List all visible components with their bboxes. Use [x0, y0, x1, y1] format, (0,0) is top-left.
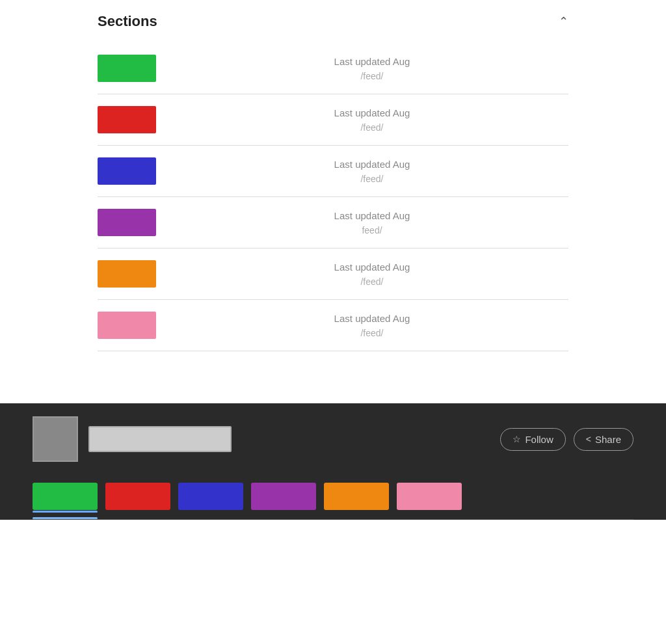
last-updated-text: Last updated Aug	[176, 313, 568, 324]
sections-header: Sections ⌃	[98, 13, 568, 30]
feed-path-text: /feed/	[176, 328, 568, 338]
section-item[interactable]: Last updated Augfeed/	[98, 197, 568, 248]
section-color-swatch	[98, 312, 156, 339]
section-item[interactable]: Last updated Aug/feed/	[98, 94, 568, 146]
bottom-tab-item[interactable]	[397, 483, 462, 510]
section-item[interactable]: Last updated Aug/feed/	[98, 146, 568, 197]
last-updated-text: Last updated Aug	[176, 56, 568, 67]
bottom-tab-item[interactable]	[105, 483, 170, 510]
sections-list: Last updated Aug/feed/Last updated Aug/f…	[98, 43, 568, 351]
section-info: Last updated Aug/feed/	[176, 56, 568, 81]
share-label: Share	[595, 434, 621, 445]
section-color-swatch	[98, 209, 156, 236]
section-item[interactable]: Last updated Aug/feed/	[98, 43, 568, 94]
bottom-top-row: ☆ Follow < Share	[33, 416, 633, 475]
bottom-tab-item[interactable]	[178, 483, 243, 510]
feed-path-text: feed/	[176, 225, 568, 235]
bottom-tabs	[33, 483, 462, 510]
feed-path-text: /feed/	[176, 71, 568, 81]
section-color-swatch	[98, 55, 156, 82]
active-tab-indicator	[33, 517, 98, 519]
bottom-tab-item[interactable]	[324, 483, 389, 510]
section-color-swatch	[98, 157, 156, 185]
sections-panel: Sections ⌃ Last updated Aug/feed/Last up…	[0, 0, 666, 371]
section-info: Last updated Aug/feed/	[176, 313, 568, 338]
sections-title: Sections	[98, 13, 157, 30]
last-updated-text: Last updated Aug	[176, 159, 568, 170]
feed-path-text: /feed/	[176, 276, 568, 287]
avatar	[33, 416, 78, 462]
bottom-actions: ☆ Follow < Share	[500, 428, 633, 451]
section-info: Last updated Aug/feed/	[176, 262, 568, 287]
follow-button[interactable]: ☆ Follow	[500, 428, 565, 451]
collapse-icon[interactable]: ⌃	[559, 14, 568, 29]
follow-label: Follow	[525, 434, 553, 445]
section-color-swatch	[98, 260, 156, 288]
share-button[interactable]: < Share	[574, 428, 633, 451]
section-info: Last updated Aug/feed/	[176, 107, 568, 133]
section-item[interactable]: Last updated Aug/feed/	[98, 248, 568, 300]
publication-name-block	[88, 426, 232, 452]
bottom-tabs-wrapper	[33, 475, 633, 520]
section-color-swatch	[98, 106, 156, 133]
share-icon: <	[586, 434, 591, 444]
feed-path-text: /feed/	[176, 122, 568, 133]
star-icon: ☆	[513, 434, 521, 444]
last-updated-text: Last updated Aug	[176, 210, 568, 221]
bottom-tab-item[interactable]	[251, 483, 316, 510]
section-info: Last updated Augfeed/	[176, 210, 568, 235]
bottom-tab-item[interactable]	[33, 483, 98, 510]
last-updated-text: Last updated Aug	[176, 107, 568, 118]
bottom-bar: ☆ Follow < Share	[0, 403, 666, 520]
last-updated-text: Last updated Aug	[176, 262, 568, 273]
section-info: Last updated Aug/feed/	[176, 159, 568, 184]
section-item[interactable]: Last updated Aug/feed/	[98, 300, 568, 351]
feed-path-text: /feed/	[176, 174, 568, 184]
